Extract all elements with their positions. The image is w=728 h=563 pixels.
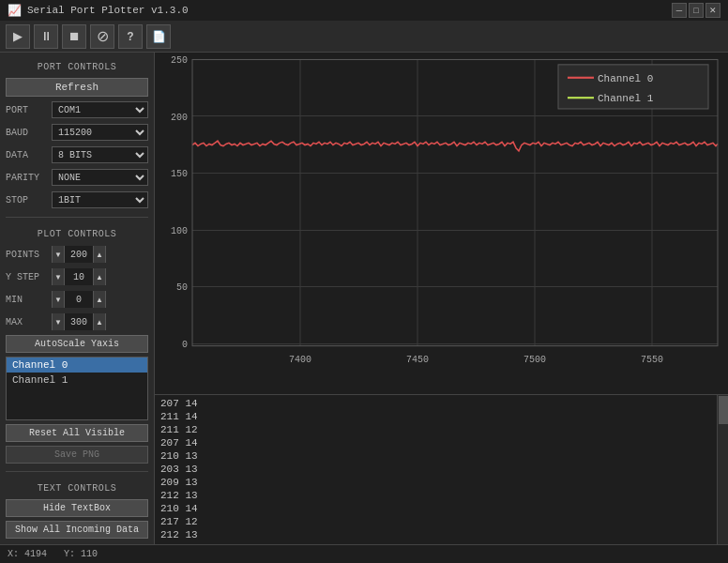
ystep-spinbox: ▼ ▲	[52, 268, 106, 285]
min-down[interactable]: ▼	[53, 291, 64, 308]
parity-select[interactable]: NONE	[52, 169, 148, 186]
help-button[interactable]: ?	[118, 24, 143, 49]
points-label: POINTS	[6, 250, 48, 260]
max-spinbox: ▼ ▲	[52, 313, 106, 330]
min-label: MIN	[6, 295, 48, 305]
maximize-button[interactable]: □	[689, 3, 704, 18]
max-label: MAX	[6, 317, 48, 327]
svg-text:50: 50	[176, 281, 188, 292]
port-label: PORT	[6, 105, 48, 115]
max-input[interactable]	[64, 313, 94, 330]
stop-row: STOP 1BIT	[6, 191, 148, 208]
svg-text:Channel 1: Channel 1	[598, 93, 653, 104]
channel-0-item[interactable]: Channel 0	[7, 358, 147, 373]
save-png-button[interactable]: Save PNG	[6, 446, 148, 464]
scrollbar-thumb[interactable]	[719, 396, 728, 424]
x-value: 4194	[24, 549, 47, 559]
parity-label: PARITY	[6, 173, 48, 183]
data-row: DATA 8 BITS	[6, 146, 148, 163]
stop-select[interactable]: 1BIT	[52, 191, 148, 208]
port-select[interactable]: COM1	[52, 101, 148, 118]
svg-text:7450: 7450	[406, 353, 429, 364]
list-item: 207 14	[160, 397, 711, 410]
baud-row: BAUD 115200	[6, 124, 148, 141]
data-label: DATA	[6, 150, 48, 160]
x-status: X: 4194 Y: 110	[8, 549, 98, 559]
svg-text:200: 200	[171, 111, 188, 122]
text-controls-label: TEXT CONTROLS	[6, 483, 148, 494]
list-item: 210 14	[160, 502, 711, 515]
y-value: 110	[81, 549, 98, 559]
stop-label: STOP	[6, 195, 48, 205]
channel-1-item[interactable]: Channel 1	[7, 373, 147, 388]
ystep-down[interactable]: ▼	[53, 268, 64, 285]
clear-button[interactable]: ⊘	[90, 24, 114, 49]
list-item: 207 14	[160, 436, 711, 449]
max-down[interactable]: ▼	[53, 313, 64, 330]
y-label: Y:	[64, 549, 75, 559]
title-bar: 📈 Serial Port Plotter v1.3.0 ─ □ ✕	[0, 0, 728, 21]
list-item: 203 13	[160, 463, 711, 476]
text-data-content[interactable]: 207 14211 14211 12207 14210 13203 13209 …	[155, 395, 717, 544]
list-item: 217 12	[160, 515, 711, 528]
list-item: 212 13	[160, 489, 711, 502]
ystep-up[interactable]: ▲	[94, 268, 105, 285]
points-up[interactable]: ▲	[94, 246, 105, 263]
show-incoming-button[interactable]: Show All Incoming Data	[6, 521, 148, 539]
svg-text:7500: 7500	[523, 353, 546, 364]
pause-button[interactable]: ⏸	[34, 24, 58, 49]
list-item: 211 12	[160, 423, 711, 436]
divider-1	[6, 217, 148, 218]
settings-button[interactable]: 📄	[146, 24, 171, 49]
channel-list: Channel 0 Channel 1	[6, 357, 148, 420]
min-row: MIN ▼ ▲	[6, 291, 148, 308]
app-title: Serial Port Plotter v1.3.0	[27, 5, 189, 16]
svg-text:7400: 7400	[289, 353, 311, 364]
min-input[interactable]	[64, 291, 94, 308]
svg-text:Channel 0: Channel 0	[598, 73, 653, 84]
port-controls-label: PORT CONTROLS	[6, 62, 148, 72]
autoscale-button[interactable]: AutoScale Yaxis	[6, 335, 148, 353]
refresh-button[interactable]: Refresh	[6, 78, 148, 97]
points-down[interactable]: ▼	[53, 246, 64, 263]
plot-controls-label: PLOT CONTROLS	[6, 229, 148, 239]
sidebar: PORT CONTROLS Refresh PORT COM1 BAUD 115…	[0, 53, 155, 544]
content-area: 0 50 100 150 200 250 7400 7450 7500 7550	[155, 53, 728, 544]
points-row: POINTS ▼ ▲	[6, 246, 148, 263]
play-button[interactable]: ▶	[6, 24, 30, 49]
baud-select[interactable]: 115200	[52, 124, 148, 141]
max-up[interactable]: ▲	[94, 313, 105, 330]
list-item: 210 13	[160, 449, 711, 463]
baud-label: BAUD	[6, 128, 48, 138]
stop-button[interactable]: ⏹	[62, 24, 86, 49]
port-row: PORT COM1	[6, 101, 148, 118]
list-item: 209 13	[160, 476, 711, 489]
svg-text:0: 0	[182, 338, 188, 349]
chart-svg: 0 50 100 150 200 250 7400 7450 7500 7550	[155, 53, 728, 394]
minimize-button[interactable]: ─	[672, 3, 687, 18]
title-bar-controls[interactable]: ─ □ ✕	[672, 3, 720, 18]
scrollbar[interactable]	[717, 395, 728, 544]
reset-all-button[interactable]: Reset All Visible	[6, 424, 148, 442]
divider-2	[6, 471, 148, 472]
list-item: 211 14	[160, 541, 711, 544]
ystep-input[interactable]	[64, 268, 94, 285]
min-up[interactable]: ▲	[94, 291, 105, 308]
ystep-row: Y STEP ▼ ▲	[6, 268, 148, 285]
points-input[interactable]	[64, 246, 94, 263]
data-select[interactable]: 8 BITS	[52, 146, 148, 163]
list-item: 212 13	[160, 528, 711, 541]
text-data-area: 207 14211 14211 12207 14210 13203 13209 …	[155, 394, 728, 544]
parity-row: PARITY NONE	[6, 169, 148, 186]
hide-textbox-button[interactable]: Hide TextBox	[6, 499, 148, 517]
close-button[interactable]: ✕	[705, 3, 720, 18]
toolbar: ▶ ⏸ ⏹ ⊘ ? 📄	[0, 21, 728, 53]
svg-text:100: 100	[171, 224, 188, 236]
min-spinbox: ▼ ▲	[52, 291, 106, 308]
svg-text:7550: 7550	[641, 353, 663, 364]
ystep-label: Y STEP	[6, 272, 48, 282]
app-icon: 📈	[8, 4, 22, 18]
chart-area[interactable]: 0 50 100 150 200 250 7400 7450 7500 7550	[155, 53, 728, 394]
max-row: MAX ▼ ▲	[6, 313, 148, 330]
status-bar: X: 4194 Y: 110	[0, 544, 728, 563]
